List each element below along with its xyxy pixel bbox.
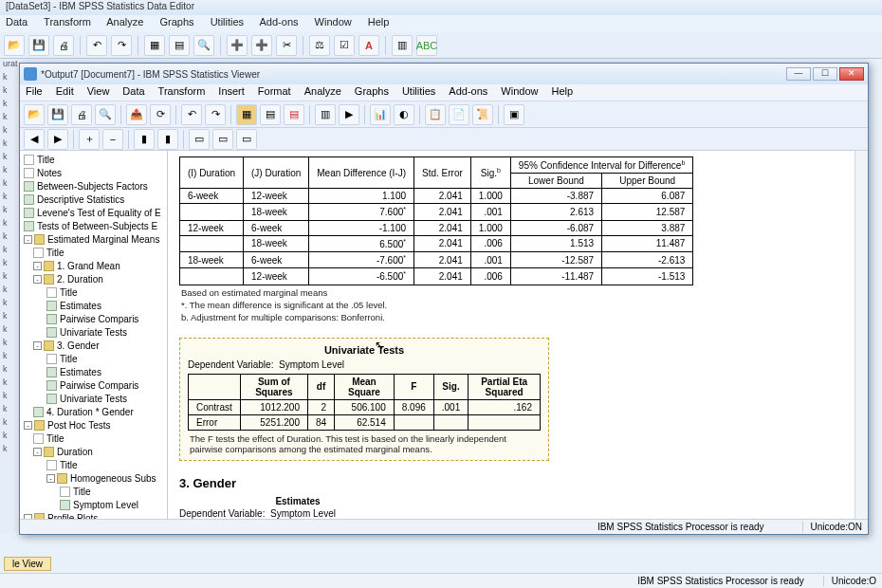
nav-show-icon[interactable]: ▭ — [189, 129, 210, 150]
expand-toggle-icon[interactable]: - — [46, 474, 55, 483]
menu-graphs[interactable]: Graphs — [159, 16, 193, 28]
vt-select-last-icon[interactable]: ▥ — [315, 104, 336, 125]
split-icon[interactable]: ✂ — [276, 35, 297, 56]
tree-item[interactable]: Pairwise Comparis — [20, 378, 167, 392]
tree-item[interactable]: Levene's Test of Equality of E — [20, 206, 167, 219]
tree-item[interactable]: Univariate Tests — [20, 392, 167, 405]
menu-transform[interactable]: Transform — [44, 16, 91, 28]
vt-print-icon[interactable]: 🖨 — [71, 104, 92, 125]
save-icon[interactable]: 💾 — [28, 35, 49, 56]
vt-run-icon[interactable]: ▶ — [339, 104, 359, 125]
tree-item[interactable]: Pairwise Comparis — [20, 312, 167, 325]
tree-item[interactable]: -1. Grand Mean — [20, 259, 167, 272]
menu-window[interactable]: Window — [315, 16, 352, 28]
tree-item[interactable]: Title — [20, 458, 167, 471]
nav-collapse-icon[interactable]: − — [102, 129, 123, 150]
vt-script-icon[interactable]: 📜 — [472, 104, 493, 125]
expand-toggle-icon[interactable]: - — [33, 275, 42, 284]
vmenu-edit[interactable]: Edit — [56, 85, 74, 100]
insert-case-icon[interactable]: ➕ — [227, 35, 248, 56]
univariate-tests-block[interactable]: Univariate Tests Dependent Variable: Sym… — [179, 338, 549, 461]
viewer-titlebar[interactable]: *Output7 [Document7] - IBM SPSS Statisti… — [20, 64, 868, 84]
output-pane[interactable]: (I) Duration (J) Duration Mean Differenc… — [168, 151, 868, 519]
tree-item[interactable]: Between-Subjects Factors — [20, 179, 167, 193]
tree-item[interactable]: Estimates — [20, 365, 167, 378]
tree-item[interactable]: 4. Duration * Gender — [20, 405, 167, 418]
vt-redo-icon[interactable]: ↷ — [205, 104, 226, 125]
menu-analyze[interactable]: Analyze — [106, 16, 143, 28]
nav-expand-icon[interactable]: ＋ — [79, 129, 100, 150]
vars-icon[interactable]: ▤ — [169, 35, 190, 56]
vmenu-file[interactable]: File — [26, 85, 43, 100]
tree-item[interactable]: Notes — [20, 166, 167, 179]
tree-item[interactable]: Symptom Level — [20, 498, 167, 511]
expand-toggle-icon[interactable]: - — [24, 235, 32, 244]
vmenu-data[interactable]: Data — [122, 85, 144, 100]
open-icon[interactable]: 📂 — [4, 35, 25, 56]
vt-vars-icon[interactable]: ▤ — [284, 104, 304, 125]
tree-item[interactable]: -Homogeneous Subs — [20, 471, 167, 485]
undo-icon[interactable]: ↶ — [86, 35, 107, 56]
insert-var-icon[interactable]: ➕ — [251, 35, 272, 56]
vt-export-icon[interactable]: 📤 — [126, 104, 147, 125]
output-scrollbar[interactable] — [854, 151, 868, 519]
vt-recall-icon[interactable]: ⟳ — [150, 104, 171, 125]
menu-addons[interactable]: Add-ons — [260, 16, 299, 28]
print-icon[interactable]: 🖨 — [53, 35, 74, 56]
tree-item[interactable]: Descriptive Statistics — [20, 193, 167, 206]
vmenu-help[interactable]: Help — [551, 85, 573, 100]
vt-save-icon[interactable]: 💾 — [47, 104, 68, 125]
tree-item[interactable]: -Post Hoc Tests — [20, 418, 167, 432]
select-icon[interactable]: ☑ — [334, 35, 355, 56]
nav-promote-icon[interactable]: ▮ — [134, 129, 155, 150]
vt-goto-data-icon[interactable]: ▦ — [236, 104, 257, 125]
vt-copy-icon[interactable]: 📋 — [425, 104, 446, 125]
weight-icon[interactable]: ⚖ — [309, 35, 330, 56]
value-labels-icon[interactable]: A — [358, 35, 379, 56]
vt-goto-case-icon[interactable]: ▤ — [260, 104, 281, 125]
tree-item[interactable]: -Duration — [20, 445, 167, 458]
menu-help[interactable]: Help — [368, 16, 390, 28]
tree-item[interactable]: Tests of Between-Subjects E — [20, 219, 167, 232]
vmenu-analyze[interactable]: Analyze — [304, 85, 341, 100]
tree-item[interactable]: -Profile Plots — [20, 511, 167, 519]
sets-icon[interactable]: ▥ — [392, 35, 413, 56]
spellcheck-icon[interactable]: ABC — [416, 35, 437, 56]
vmenu-utilities[interactable]: Utilities — [402, 85, 435, 100]
goto-icon[interactable]: ▦ — [144, 35, 165, 56]
tree-item[interactable]: Title — [20, 485, 167, 498]
tree-item[interactable]: Estimates — [20, 299, 167, 312]
find-icon[interactable]: 🔍 — [193, 35, 214, 56]
vmenu-addons[interactable]: Add-ons — [449, 85, 487, 100]
vt-gear-icon[interactable]: ▣ — [504, 104, 524, 125]
vt-chart-icon[interactable]: 📊 — [370, 104, 391, 125]
vmenu-view[interactable]: View — [87, 85, 110, 100]
tree-item[interactable]: Title — [20, 246, 167, 259]
vmenu-window[interactable]: Window — [501, 85, 538, 100]
vt-paste-icon[interactable]: 📄 — [449, 104, 469, 125]
minimize-button[interactable]: — — [786, 67, 811, 81]
maximize-button[interactable]: ☐ — [813, 67, 837, 81]
vmenu-graphs[interactable]: Graphs — [355, 85, 389, 100]
variable-view-tab[interactable]: le View — [4, 557, 51, 571]
vmenu-format[interactable]: Format — [258, 85, 291, 100]
nav-forward-icon[interactable]: ▶ — [47, 129, 68, 150]
nav-insert-icon[interactable]: ▭ — [236, 129, 257, 150]
expand-toggle-icon[interactable]: - — [33, 448, 42, 456]
close-button[interactable]: ✕ — [839, 67, 864, 81]
tree-item[interactable]: Title — [20, 153, 167, 166]
vt-designate-icon[interactable]: ◐ — [394, 104, 414, 125]
nav-demote-icon[interactable]: ▮ — [157, 129, 178, 150]
nav-hide-icon[interactable]: ▭ — [212, 129, 233, 150]
tree-item[interactable]: -2. Duration — [20, 272, 167, 285]
vt-open-icon[interactable]: 📂 — [24, 104, 45, 125]
vt-preview-icon[interactable]: 🔍 — [95, 104, 116, 125]
tree-item[interactable]: Univariate Tests — [20, 325, 167, 339]
tree-item[interactable]: Title — [20, 352, 167, 365]
menu-data[interactable]: Data — [6, 16, 28, 28]
tree-item[interactable]: -3. Gender — [20, 339, 167, 352]
tree-item[interactable]: Title — [20, 285, 167, 299]
expand-toggle-icon[interactable]: - — [24, 421, 32, 430]
vt-undo-icon[interactable]: ↶ — [181, 104, 202, 125]
menu-utilities[interactable]: Utilities — [211, 16, 244, 28]
